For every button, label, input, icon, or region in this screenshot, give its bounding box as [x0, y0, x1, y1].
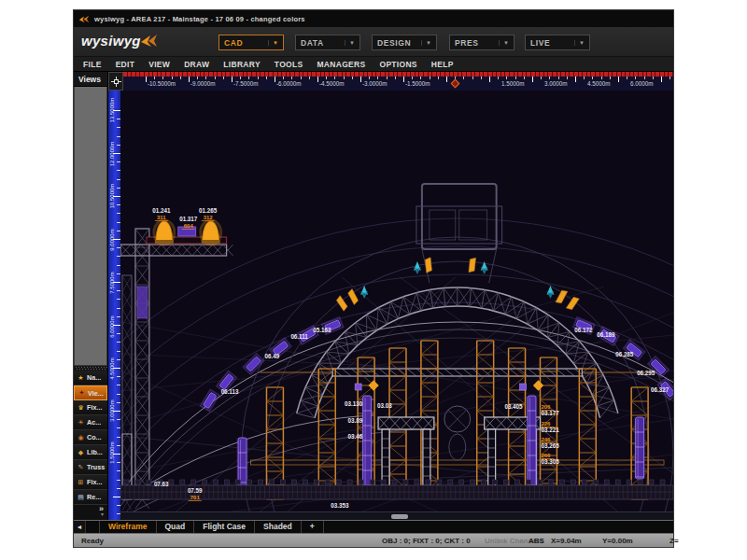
cad-viewport[interactable]: 01.24131101.31760401.26531206.11306.4906…: [120, 91, 673, 511]
view-tabs: WireframeQuadFlight CaseShaded+: [99, 521, 324, 533]
shortcut-label: Fix...: [87, 478, 102, 486]
h-ruler-label: -4.5000m: [319, 80, 345, 87]
mode-pres-dropdown[interactable]: PRES▼: [449, 35, 514, 50]
horizontal-ruler-scale: -10.5000m-9.0000m-7.5000m-6.0000m-4.5000…: [123, 77, 673, 91]
menu-help[interactable]: HELP: [431, 60, 454, 69]
shortcut-label: Re...: [87, 493, 101, 501]
svg-text:06.113: 06.113: [221, 388, 239, 395]
svg-text:01.241: 01.241: [152, 207, 171, 214]
view-tab-flight-case[interactable]: Flight Case: [194, 521, 255, 533]
shortcut-na[interactable]: ★Na...: [74, 371, 107, 385]
origin-marker: [451, 79, 460, 89]
status-coord-mode[interactable]: ABS: [529, 537, 544, 545]
console-icon: ◉: [76, 434, 86, 441]
tab-scroll-left-button[interactable]: ◄: [74, 521, 86, 533]
view-tab-shaded[interactable]: Shaded: [255, 521, 302, 533]
h-ruler-label: -7.5000m: [233, 80, 259, 87]
views-icon: ✦: [77, 389, 87, 397]
views-panel-tab[interactable]: Views: [74, 72, 107, 87]
svg-text:246: 246: [541, 437, 551, 442]
fixtures-icon: ⊞: [76, 479, 86, 486]
h-ruler-label: -6.0000m: [276, 80, 302, 87]
v-ruler-label: 10.5000m: [109, 177, 115, 215]
shortcut-lib[interactable]: ◆Lib...: [74, 445, 107, 460]
menu-library[interactable]: LIBRARY: [223, 60, 261, 69]
shortcut-vie[interactable]: ✦Vie...: [74, 385, 107, 400]
menu-edit[interactable]: EDIT: [116, 60, 135, 69]
svg-text:266: 266: [541, 453, 551, 458]
h-ruler-label: -10.5000m: [148, 80, 176, 87]
shortcut-label: Truss: [87, 463, 105, 471]
svg-text:03.177: 03.177: [541, 410, 559, 416]
star-icon: ★: [76, 374, 86, 382]
svg-text:01.265: 01.265: [199, 207, 218, 214]
shortcut-fix[interactable]: ♛Fix...: [74, 400, 107, 415]
mode-design-dropdown[interactable]: DESIGN▼: [372, 35, 437, 50]
status-z-coordinate: Z=: [669, 537, 679, 545]
sidebar: Views ★Na...✦Vie...♛Fix...☀Ac...◉Co...◆L…: [74, 72, 108, 520]
shortcut-re[interactable]: ▤Re...: [74, 490, 107, 505]
svg-text:06.327: 06.327: [651, 386, 669, 393]
svg-text:226: 226: [541, 421, 551, 427]
menu-options[interactable]: OPTIONS: [379, 60, 416, 69]
v-ruler-label: 4.5000m: [109, 350, 115, 387]
wysiwyg-logo: wysiwyg: [81, 33, 158, 49]
v-ruler-label: 12.0000m: [109, 135, 115, 173]
h-ruler-label: 3.0000m: [544, 80, 568, 87]
svg-text:701: 701: [190, 495, 201, 500]
chevron-right-icon[interactable]: »: [74, 505, 104, 512]
h-ruler-label: 1.5000m: [501, 80, 525, 87]
shortcut-label: Fix...: [87, 403, 102, 412]
mode-data-dropdown[interactable]: DATA▼: [295, 35, 360, 50]
view-tab-+[interactable]: +: [302, 521, 324, 533]
mode-cad-dropdown[interactable]: CAD▼: [218, 35, 284, 50]
title-bar[interactable]: wysiwyg - AREA 217 - Mainstage - 17 06 0…: [74, 10, 673, 27]
app-logo-icon: [78, 15, 90, 23]
status-selection-counts: OBJ : 0; FIXT : 0; CKT : 0: [382, 537, 471, 545]
svg-text:03.03: 03.03: [377, 402, 392, 409]
h-ruler-label: 6.0000m: [630, 80, 654, 87]
pan-tool-button[interactable]: [108, 72, 123, 91]
menu-managers[interactable]: MANAGERS: [317, 60, 365, 69]
horizontal-scrollbar[interactable]: [120, 511, 673, 520]
menu-tools[interactable]: TOOLS: [275, 60, 303, 69]
view-tab-quad[interactable]: Quad: [157, 521, 195, 533]
scrollbar-thumb[interactable]: [391, 514, 408, 519]
view-tab-bar: ◄ WireframeQuadFlight CaseShaded+: [74, 520, 673, 533]
menu-draw[interactable]: DRAW: [184, 60, 209, 69]
menu-bar: FILEEDITVIEWDRAWLIBRARYTOOLSMANAGERSOPTI…: [74, 57, 673, 72]
svg-text:604: 604: [184, 223, 194, 229]
shortcut-co[interactable]: ◉Co...: [74, 430, 107, 445]
wysiwyg-app-window: wysiwyg - AREA 217 - Mainstage - 17 06 0…: [73, 9, 674, 548]
svg-text:03.130: 03.130: [345, 400, 363, 407]
svg-text:06.49: 06.49: [264, 353, 279, 359]
shortcut-label: Vie...: [88, 389, 104, 398]
svg-text:03.89: 03.89: [347, 417, 362, 424]
h-ruler-label: -3.0000m: [362, 80, 388, 87]
svg-text:03.305: 03.305: [541, 458, 559, 465]
menu-file[interactable]: FILE: [83, 60, 102, 69]
horizontal-ruler: -10.5000m-9.0000m-7.5000m-6.0000m-4.5000…: [108, 72, 673, 91]
svg-text:07.63: 07.63: [154, 481, 169, 487]
status-x-coordinate: X=9.04m: [551, 537, 582, 545]
mode-live-dropdown[interactable]: LIVE▼: [525, 35, 590, 50]
mode-toolbar: wysiwyg CAD▼DATA▼DESIGN▼PRES▼LIVE▼: [74, 27, 673, 57]
shortcut-overflow[interactable]: » ▾: [74, 505, 107, 520]
menu-view[interactable]: VIEW: [148, 60, 170, 69]
v-ruler-label: 1.5000m: [109, 434, 115, 471]
view-tab-wireframe[interactable]: Wireframe: [99, 521, 157, 533]
status-ready: Ready: [81, 537, 104, 545]
shortcut-truss[interactable]: ✎Truss: [74, 460, 107, 475]
v-ruler-label: 9.0000m: [109, 221, 115, 259]
desktop: wysiwyg - AREA 217 - Mainstage - 17 06 0…: [0, 0, 747, 560]
shortcut-bar: ★Na...✦Vie...♛Fix...☀Ac...◉Co...◆Lib...✎…: [74, 371, 107, 505]
svg-text:311: 311: [157, 215, 166, 220]
views-panel[interactable]: [74, 87, 107, 366]
shortcut-fix[interactable]: ⊞Fix...: [74, 475, 107, 490]
svg-text:06.189: 06.189: [597, 331, 615, 338]
svg-text:03.221: 03.221: [541, 427, 559, 433]
h-ruler-label: -9.0000m: [190, 80, 216, 87]
truss-icon: ✎: [76, 464, 86, 471]
dropdown-caret-icon: ▼: [268, 40, 278, 46]
shortcut-ac[interactable]: ☀Ac...: [74, 415, 107, 430]
